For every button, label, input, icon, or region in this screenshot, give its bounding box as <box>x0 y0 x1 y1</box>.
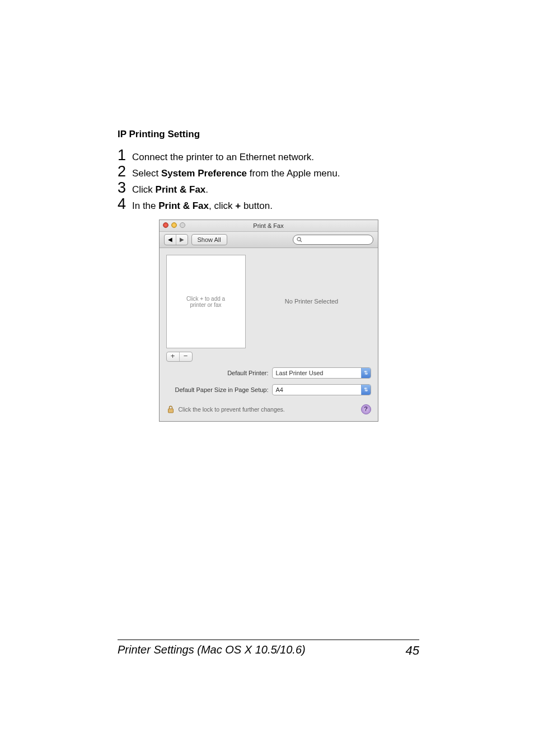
step-number: 3 <box>118 180 132 195</box>
bold-term: System Preference <box>161 168 247 179</box>
text-fragment: , click <box>209 200 235 211</box>
window-title: Print & Fax <box>253 222 283 229</box>
default-printer-label: Default Printer: <box>227 370 268 376</box>
step-text: In the Print & Fax, click + button. <box>132 200 273 212</box>
bold-term: Print & Fax <box>158 200 209 211</box>
select-value: Last Printer Used <box>273 370 361 376</box>
printer-list[interactable]: Click + to add a printer or fax <box>166 255 246 348</box>
printer-detail-area: No Printer Selected <box>252 255 371 347</box>
remove-printer-button[interactable]: − <box>180 352 192 361</box>
back-button[interactable]: ◀ <box>165 235 176 245</box>
chevron-updown-icon: ⇅ <box>361 385 371 395</box>
bold-term: + <box>235 200 241 211</box>
lock-icon[interactable] <box>166 405 175 414</box>
chevron-updown-icon: ⇅ <box>361 368 371 378</box>
forward-button[interactable]: ▶ <box>176 235 188 245</box>
default-printer-select[interactable]: Last Printer Used ⇅ <box>272 367 371 379</box>
step-3: 3 Click Print & Fax. <box>118 180 419 195</box>
step-number: 4 <box>118 197 132 212</box>
step-text: Connect the printer to an Ethernet netwo… <box>132 152 314 163</box>
window-titlebar: Print & Fax <box>160 220 378 232</box>
text-fragment: Select <box>132 168 161 179</box>
section-heading: IP Printing Setting <box>118 129 419 140</box>
step-4: 4 In the Print & Fax, click + button. <box>118 197 419 212</box>
search-input[interactable] <box>293 235 373 245</box>
zoom-icon[interactable] <box>180 222 185 228</box>
step-2: 2 Select System Preference from the Appl… <box>118 164 419 179</box>
minimize-icon[interactable] <box>171 222 177 228</box>
svg-rect-2 <box>168 409 173 413</box>
printer-list-hint: Click + to add a printer or fax <box>186 296 225 308</box>
default-printer-row: Default Printer: Last Printer Used ⇅ <box>166 367 371 379</box>
svg-line-1 <box>300 240 302 242</box>
footer-title: Printer Settings (Mac OS X 10.5/10.6) <box>118 643 306 658</box>
toolbar: ◀ ▶ Show All <box>160 232 378 248</box>
lock-text: Click the lock to prevent further change… <box>179 406 285 413</box>
text-fragment: from the Apple menu. <box>247 168 340 179</box>
help-button[interactable]: ? <box>361 404 371 414</box>
close-icon[interactable] <box>163 222 168 228</box>
step-number: 2 <box>118 164 132 179</box>
lock-row: Click the lock to prevent further change… <box>166 404 371 414</box>
paper-size-label: Default Paper Size in Page Setup: <box>175 386 269 393</box>
show-all-button[interactable]: Show All <box>191 234 227 245</box>
step-text: Select System Preference from the Apple … <box>132 168 340 179</box>
add-printer-button[interactable]: + <box>167 352 180 361</box>
select-value: A4 <box>273 386 361 393</box>
paper-size-row: Default Paper Size in Page Setup: A4 ⇅ <box>166 384 371 395</box>
step-text: Click Print & Fax. <box>132 184 208 195</box>
page-number: 45 <box>406 643 419 658</box>
text-fragment: . <box>205 184 208 195</box>
step-1: 1 Connect the printer to an Ethernet net… <box>118 148 419 163</box>
step-number: 1 <box>118 148 132 163</box>
search-icon <box>297 237 302 242</box>
print-fax-window: Print & Fax ◀ ▶ Show All Click + to <box>159 220 378 422</box>
add-remove-segmented: + − <box>166 352 193 362</box>
bold-term: Print & Fax <box>156 184 206 195</box>
nav-segmented: ◀ ▶ <box>164 234 188 245</box>
svg-point-0 <box>297 237 301 241</box>
page-footer: Printer Settings (Mac OS X 10.5/10.6) 45 <box>118 640 419 658</box>
text-fragment: Click <box>132 184 156 195</box>
paper-size-select[interactable]: A4 ⇅ <box>272 384 371 395</box>
text-fragment: button. <box>241 200 273 211</box>
no-printer-label: No Printer Selected <box>285 298 338 305</box>
text-fragment: In the <box>132 200 158 211</box>
